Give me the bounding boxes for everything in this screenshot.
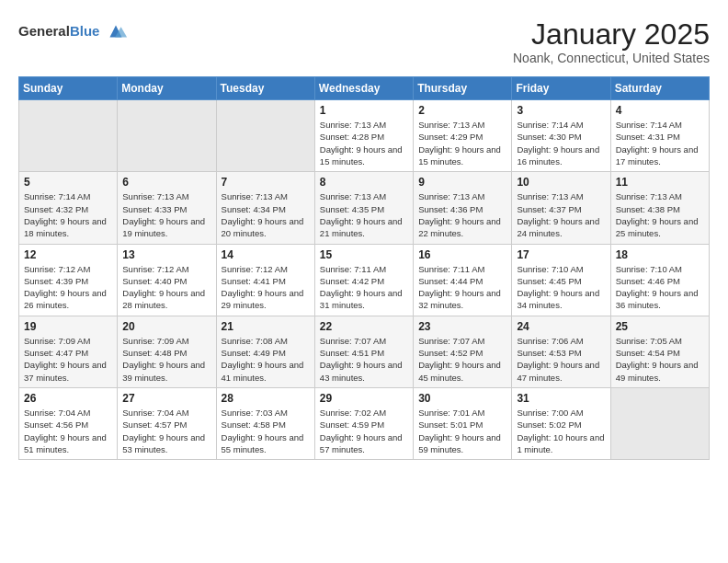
- location-title: Noank, Connecticut, United States: [513, 51, 710, 65]
- day-number: 13: [122, 248, 210, 261]
- calendar-cell: [216, 100, 314, 172]
- day-number: 22: [320, 320, 408, 333]
- day-number: 10: [517, 176, 605, 189]
- weekday-header: Friday: [512, 77, 610, 100]
- day-number: 7: [222, 176, 310, 189]
- day-number: 3: [517, 104, 605, 117]
- day-info: Sunrise: 7:07 AM Sunset: 4:52 PM Dayligh…: [418, 335, 506, 384]
- calendar-cell: 24Sunrise: 7:06 AM Sunset: 4:53 PM Dayli…: [512, 316, 610, 387]
- day-info: Sunrise: 7:13 AM Sunset: 4:36 PM Dayligh…: [418, 190, 506, 239]
- calendar-cell: 27Sunrise: 7:04 AM Sunset: 4:57 PM Dayli…: [118, 387, 216, 459]
- day-number: 2: [418, 104, 506, 117]
- page: GeneralBlue January 2025 Noank, Connecti…: [0, 0, 728, 469]
- calendar-cell: 16Sunrise: 7:11 AM Sunset: 4:44 PM Dayli…: [414, 244, 512, 316]
- calendar-cell: 23Sunrise: 7:07 AM Sunset: 4:52 PM Dayli…: [414, 316, 512, 387]
- calendar-week-row: 19Sunrise: 7:09 AM Sunset: 4:47 PM Dayli…: [19, 316, 710, 387]
- day-info: Sunrise: 7:06 AM Sunset: 4:53 PM Dayligh…: [517, 335, 605, 384]
- calendar-cell: [610, 387, 709, 459]
- calendar-cell: 22Sunrise: 7:07 AM Sunset: 4:51 PM Dayli…: [314, 316, 413, 387]
- day-number: 4: [616, 104, 704, 117]
- day-number: 24: [517, 320, 605, 333]
- day-info: Sunrise: 7:04 AM Sunset: 4:57 PM Dayligh…: [122, 407, 210, 455]
- weekday-header-row: SundayMondayTuesdayWednesdayThursdayFrid…: [19, 77, 710, 100]
- calendar-cell: 28Sunrise: 7:03 AM Sunset: 4:58 PM Dayli…: [216, 387, 314, 459]
- calendar-week-row: 12Sunrise: 7:12 AM Sunset: 4:39 PM Dayli…: [19, 244, 710, 316]
- day-info: Sunrise: 7:13 AM Sunset: 4:38 PM Dayligh…: [616, 190, 704, 239]
- day-info: Sunrise: 7:13 AM Sunset: 4:33 PM Dayligh…: [122, 190, 210, 239]
- day-number: 1: [320, 104, 408, 117]
- weekday-header: Sunday: [19, 77, 118, 100]
- day-info: Sunrise: 7:13 AM Sunset: 4:28 PM Dayligh…: [320, 119, 408, 167]
- day-info: Sunrise: 7:12 AM Sunset: 4:40 PM Dayligh…: [122, 263, 210, 312]
- title-block: January 2025 Noank, Connecticut, United …: [513, 18, 710, 65]
- day-info: Sunrise: 7:07 AM Sunset: 4:51 PM Dayligh…: [320, 335, 408, 384]
- calendar-cell: 21Sunrise: 7:08 AM Sunset: 4:49 PM Dayli…: [216, 316, 314, 387]
- day-number: 20: [122, 320, 210, 333]
- day-info: Sunrise: 7:14 AM Sunset: 4:31 PM Dayligh…: [616, 119, 704, 167]
- day-number: 27: [122, 392, 210, 405]
- day-number: 15: [320, 248, 408, 261]
- day-number: 14: [222, 248, 310, 261]
- calendar-cell: 1Sunrise: 7:13 AM Sunset: 4:28 PM Daylig…: [314, 100, 413, 172]
- calendar-cell: 8Sunrise: 7:13 AM Sunset: 4:35 PM Daylig…: [314, 172, 413, 244]
- day-number: 17: [517, 248, 605, 261]
- calendar-cell: 19Sunrise: 7:09 AM Sunset: 4:47 PM Dayli…: [19, 316, 118, 387]
- day-info: Sunrise: 7:13 AM Sunset: 4:37 PM Dayligh…: [517, 190, 605, 239]
- calendar-cell: 11Sunrise: 7:13 AM Sunset: 4:38 PM Dayli…: [610, 172, 709, 244]
- calendar-cell: [19, 100, 118, 172]
- calendar-cell: 17Sunrise: 7:10 AM Sunset: 4:45 PM Dayli…: [512, 244, 610, 316]
- calendar-cell: 7Sunrise: 7:13 AM Sunset: 4:34 PM Daylig…: [216, 172, 314, 244]
- weekday-header: Thursday: [414, 77, 512, 100]
- calendar-cell: [118, 100, 216, 172]
- calendar-cell: 26Sunrise: 7:04 AM Sunset: 4:56 PM Dayli…: [19, 387, 118, 459]
- day-number: 9: [418, 176, 506, 189]
- day-info: Sunrise: 7:09 AM Sunset: 4:47 PM Dayligh…: [24, 335, 112, 384]
- month-title: January 2025: [513, 18, 710, 51]
- day-number: 25: [616, 320, 704, 333]
- day-number: 21: [222, 320, 310, 333]
- calendar-cell: 15Sunrise: 7:11 AM Sunset: 4:42 PM Dayli…: [314, 244, 413, 316]
- weekday-header: Saturday: [610, 77, 709, 100]
- day-info: Sunrise: 7:14 AM Sunset: 4:32 PM Dayligh…: [24, 190, 112, 239]
- calendar-cell: 5Sunrise: 7:14 AM Sunset: 4:32 PM Daylig…: [19, 172, 118, 244]
- day-info: Sunrise: 7:10 AM Sunset: 4:46 PM Dayligh…: [616, 263, 704, 312]
- logo-general: GeneralBlue: [18, 23, 99, 40]
- day-number: 6: [122, 176, 210, 189]
- day-info: Sunrise: 7:04 AM Sunset: 4:56 PM Dayligh…: [24, 407, 112, 455]
- logo: GeneralBlue: [18, 18, 129, 44]
- calendar-cell: 18Sunrise: 7:10 AM Sunset: 4:46 PM Dayli…: [610, 244, 709, 316]
- day-info: Sunrise: 7:12 AM Sunset: 4:39 PM Dayligh…: [24, 263, 112, 312]
- day-number: 11: [616, 176, 704, 189]
- day-info: Sunrise: 7:03 AM Sunset: 4:58 PM Dayligh…: [222, 407, 310, 455]
- calendar-week-row: 26Sunrise: 7:04 AM Sunset: 4:56 PM Dayli…: [19, 387, 710, 459]
- calendar-cell: 20Sunrise: 7:09 AM Sunset: 4:48 PM Dayli…: [118, 316, 216, 387]
- day-number: 8: [320, 176, 408, 189]
- calendar-week-row: 1Sunrise: 7:13 AM Sunset: 4:28 PM Daylig…: [19, 100, 710, 172]
- day-info: Sunrise: 7:11 AM Sunset: 4:42 PM Dayligh…: [320, 263, 408, 312]
- calendar-cell: 13Sunrise: 7:12 AM Sunset: 4:40 PM Dayli…: [118, 244, 216, 316]
- day-info: Sunrise: 7:13 AM Sunset: 4:29 PM Dayligh…: [418, 119, 506, 167]
- calendar-cell: 12Sunrise: 7:12 AM Sunset: 4:39 PM Dayli…: [19, 244, 118, 316]
- day-number: 28: [222, 392, 310, 405]
- calendar-cell: 29Sunrise: 7:02 AM Sunset: 4:59 PM Dayli…: [314, 387, 413, 459]
- day-info: Sunrise: 7:09 AM Sunset: 4:48 PM Dayligh…: [122, 335, 210, 384]
- weekday-header: Wednesday: [314, 77, 413, 100]
- calendar-cell: 4Sunrise: 7:14 AM Sunset: 4:31 PM Daylig…: [610, 100, 709, 172]
- day-info: Sunrise: 7:13 AM Sunset: 4:34 PM Dayligh…: [222, 190, 310, 239]
- day-info: Sunrise: 7:02 AM Sunset: 4:59 PM Dayligh…: [320, 407, 408, 455]
- calendar-cell: 10Sunrise: 7:13 AM Sunset: 4:37 PM Dayli…: [512, 172, 610, 244]
- day-info: Sunrise: 7:08 AM Sunset: 4:49 PM Dayligh…: [222, 335, 310, 384]
- day-number: 12: [24, 248, 112, 261]
- day-info: Sunrise: 7:11 AM Sunset: 4:44 PM Dayligh…: [418, 263, 506, 312]
- day-number: 29: [320, 392, 408, 405]
- calendar-cell: 3Sunrise: 7:14 AM Sunset: 4:30 PM Daylig…: [512, 100, 610, 172]
- day-number: 19: [24, 320, 112, 333]
- day-number: 26: [24, 392, 112, 405]
- day-info: Sunrise: 7:05 AM Sunset: 4:54 PM Dayligh…: [616, 335, 704, 384]
- day-number: 23: [418, 320, 506, 333]
- calendar-cell: 2Sunrise: 7:13 AM Sunset: 4:29 PM Daylig…: [414, 100, 512, 172]
- day-info: Sunrise: 7:12 AM Sunset: 4:41 PM Dayligh…: [222, 263, 310, 312]
- day-number: 31: [517, 392, 605, 405]
- calendar-cell: 6Sunrise: 7:13 AM Sunset: 4:33 PM Daylig…: [118, 172, 216, 244]
- calendar-cell: 9Sunrise: 7:13 AM Sunset: 4:36 PM Daylig…: [414, 172, 512, 244]
